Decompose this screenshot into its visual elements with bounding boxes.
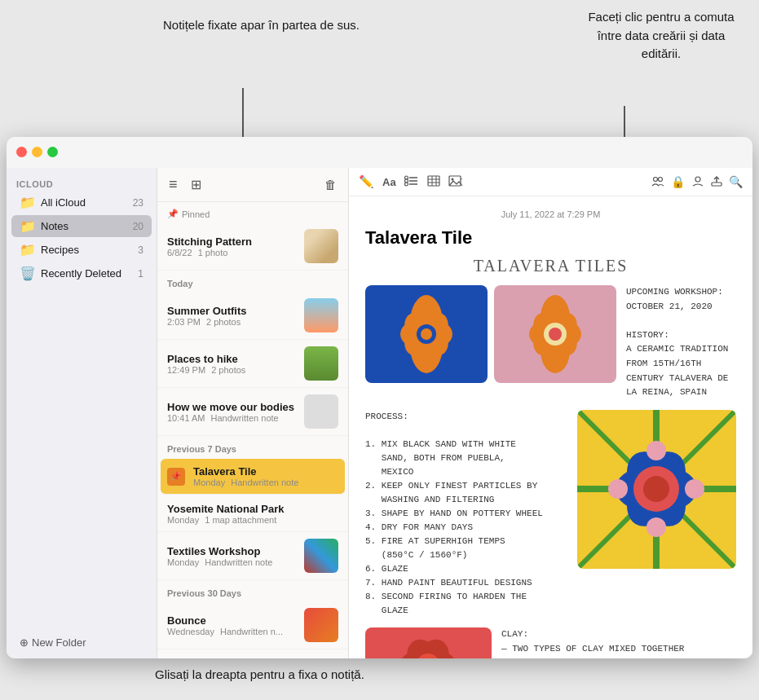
note-handwritten-title: TALAVERA TILES [365,257,736,275]
note-meta-bodies: 10:41 AM Handwritten note [167,413,298,423]
maximize-button[interactable] [47,147,58,157]
sidebar-item-recipes[interactable]: 📁 Recipes 3 [11,239,152,261]
note-title-stitching: Stitching Pattern [167,236,298,248]
note-extra-bounce: Handwritten n... [220,627,283,636]
sidebar-label-recently-deleted: Recently Deleted [41,267,133,280]
checklist-icon[interactable] [404,175,419,189]
note-bottom-section: CLAY: — TWO TYPES OF CLAY MIXED TOGETHER… [365,627,736,658]
note-clay-text: CLAY: — TWO TYPES OF CLAY MIXED TOGETHER… [501,627,736,658]
share-icon[interactable] [691,175,704,189]
note-extra-textiles: Handwritten note [205,557,272,567]
svg-point-46 [646,517,666,537]
note-list-toolbar: ≡ ⊞ 🗑 [157,168,348,202]
note-right-text: UPCOMING WORKSHOP: OCTOBER 21, 2020 HIST… [626,285,736,400]
note-meta-places: 12:49 PM 2 photos [167,365,298,375]
note-extra-places: 2 photos [211,365,245,375]
tile-image-large [577,410,736,569]
note-item-yosemite[interactable]: Yosemite National Park Monday 1 map atta… [157,496,348,532]
table-icon[interactable] [427,175,440,189]
note-timestamp: July 11, 2022 at 7:29 PM [365,209,736,219]
sidebar-count-recipes: 3 [138,244,143,256]
note-extra-talavera: Handwritten note [231,478,298,487]
folder-icon-notes: 📁 [20,218,36,234]
font-size-icon[interactable]: Aa [382,176,396,188]
note-date-yosemite: Monday [167,515,199,525]
search-icon[interactable]: 🔍 [729,175,743,188]
trash-icon: 🗑️ [20,266,36,281]
note-date-summer: 2:03 PM [167,317,201,327]
svg-rect-16 [712,183,721,186]
tile-image-bottom [365,627,492,658]
note-list-content: 📌 Pinned Stitching Pattern 6/8/22 1 phot… [157,202,348,658]
collaboration-icon[interactable] [651,175,664,189]
note-date-stitching: 6/8/22 [167,248,192,258]
note-detail: ✏️ Aa 🔒 [349,168,752,658]
svg-point-47 [608,479,628,499]
section-header-today: Today [157,271,348,292]
note-text-info-bounce: Bounce Wednesday Handwritten n... [167,614,298,636]
note-text-info-stitching: Stitching Pattern 6/8/22 1 photo [167,236,298,258]
note-item-summer[interactable]: Summer Outfits 2:03 PM 2 photos [157,292,348,340]
note-text-info-bodies: How we move our bodies 10:41 AM Handwrit… [167,401,298,423]
new-folder-button[interactable]: ⊕ New Folder [15,633,148,652]
sidebar-label-all-icloud: All iCloud [41,196,128,209]
pinned-section-header: 📌 Pinned [157,202,348,222]
main-window: iCloud 📁 All iCloud 23 📁 Notes 20 📁 Reci… [7,137,752,658]
sidebar-item-notes[interactable]: 📁 Notes 20 [11,215,152,237]
lock-icon[interactable]: 🔒 [671,175,685,188]
close-button[interactable] [16,147,27,157]
note-text-info-textiles: Textiles Workshop Monday Handwritten not… [167,545,298,567]
svg-point-45 [646,441,666,460]
note-thumb-bodies [304,394,338,429]
note-text-info-yosemite: Yosemite National Park Monday 1 map atta… [167,503,338,525]
sidebar-count-all-icloud: 23 [133,197,143,209]
note-thumb-textiles [304,539,338,573]
sidebar-item-all-icloud[interactable]: 📁 All iCloud 23 [11,192,152,214]
sidebar-item-recently-deleted[interactable]: 🗑️ Recently Deleted 1 [11,262,152,284]
note-process-and-image: PROCESS: 1. MIX BLACK SAND WITH WHITE SA… [365,410,736,619]
annotation-swipe: Glisați la dreapta pentru a fixa o notiț… [155,666,364,685]
note-meta-yosemite: Monday 1 map attachment [167,515,338,525]
note-item-textiles[interactable]: Textiles Workshop Monday Handwritten not… [157,532,348,580]
arrow-pinned [239,88,247,143]
note-item-bounce[interactable]: Bounce Wednesday Handwritten n... [157,601,348,649]
folder-icon: 📁 [20,195,36,210]
note-item-stitching[interactable]: Stitching Pattern 6/8/22 1 photo [157,222,348,271]
folder-icon-recipes: 📁 [20,242,36,258]
annotation-pinned: Notițele fixate apar în partea de sus. [163,16,360,35]
list-view-button[interactable]: ≡ [165,174,181,195]
edit-note-icon[interactable]: ✏️ [359,174,374,189]
note-item-places[interactable]: Places to hike 12:49 PM 2 photos [157,340,348,388]
detail-content: July 11, 2022 at 7:29 PM Talavera Tile T… [349,196,752,658]
delete-note-button[interactable]: 🗑 [321,176,340,193]
note-title-bodies: How we move our bodies [167,401,298,413]
svg-point-44 [643,476,669,502]
note-item-bodies[interactable]: How we move our bodies 10:41 AM Handwrit… [157,388,348,436]
note-item-talavera[interactable]: 📌 Talavera Tile Monday Handwritten note [161,459,345,495]
detail-toolbar-right: 🔒 🔍 [651,175,743,189]
note-title-yosemite: Yosemite National Park [167,503,338,515]
note-date-talavera: Monday [193,478,225,487]
media-icon[interactable] [448,175,463,189]
new-folder-label: New Folder [32,636,86,649]
minimize-button[interactable] [32,147,42,157]
note-title-textiles: Textiles Workshop [167,545,298,557]
note-meta-textiles: Monday Handwritten note [167,557,298,567]
note-meta-summer: 2:03 PM 2 photos [167,317,298,327]
note-date-places: 12:49 PM [167,365,205,375]
export-icon[interactable] [711,175,722,189]
svg-point-48 [685,479,704,499]
note-title-talavera: Talavera Tile [193,465,335,478]
note-thumb-stitching [304,229,338,263]
note-thumb-bounce [304,608,338,642]
tile-image-2 [494,285,616,383]
note-images-and-text: UPCOMING WORKSHOP: OCTOBER 21, 2020 HIST… [365,285,736,400]
grid-view-button[interactable]: ⊞ [188,175,205,194]
note-main-title: Talavera Tile [365,227,736,249]
note-extra-stitching: 1 photo [198,248,228,258]
note-extra-summer: 2 photos [206,317,240,327]
note-text-info-talavera: Talavera Tile Monday Handwritten note [193,465,335,487]
svg-rect-6 [428,176,439,186]
pin-icon: 📌 [167,209,179,219]
sidebar: iCloud 📁 All iCloud 23 📁 Notes 20 📁 Reci… [7,168,157,658]
